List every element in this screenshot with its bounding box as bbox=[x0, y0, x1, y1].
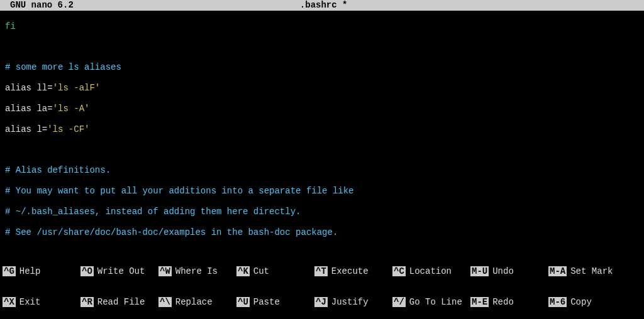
editor-area[interactable]: fi # some more ls aliases alias ll='ls -… bbox=[0, 11, 644, 245]
shortcut-key: ^J bbox=[314, 297, 328, 307]
shortcut-key: M-6 bbox=[548, 297, 567, 307]
shortcut-label: Copy bbox=[570, 297, 592, 307]
code-string: 'ls -alF' bbox=[53, 83, 101, 93]
filename: .bashrc * bbox=[74, 0, 644, 11]
code-token: fi bbox=[5, 21, 16, 31]
shortcut-label: Location bbox=[409, 266, 452, 276]
shortcut-label: Write Out bbox=[97, 266, 145, 276]
shortcut-label: Where Is bbox=[175, 266, 218, 276]
shortcut-item[interactable]: ^XExit bbox=[3, 297, 80, 307]
shortcut-item[interactable]: ^UPaste bbox=[236, 297, 314, 307]
shortcut-item[interactable]: ^OWrite Out bbox=[80, 266, 158, 276]
app-name: GNU nano 6.2 bbox=[0, 0, 74, 11]
shortcut-label: Replace bbox=[175, 297, 213, 307]
shortcut-key: ^O bbox=[80, 266, 94, 276]
shortcut-bar: ^GHelp^OWrite Out^WWhere Is^KCut^TExecut… bbox=[0, 245, 644, 319]
shortcut-item[interactable]: ^/Go To Line bbox=[392, 297, 470, 307]
shortcut-label: Paste bbox=[253, 297, 280, 307]
shortcut-item[interactable]: M-ERedo bbox=[470, 297, 548, 307]
shortcut-item[interactable]: ^WWhere Is bbox=[158, 266, 236, 276]
shortcut-label: Read File bbox=[97, 297, 145, 307]
shortcut-key: ^\ bbox=[158, 297, 172, 307]
shortcut-key: ^G bbox=[3, 266, 16, 276]
shortcut-item[interactable]: M-UUndo bbox=[470, 266, 548, 276]
shortcut-label: Help bbox=[19, 266, 41, 276]
shortcut-label: Go To Line bbox=[409, 297, 462, 307]
shortcut-key: M-A bbox=[548, 266, 567, 276]
shortcut-item[interactable]: ^TExecute bbox=[314, 266, 392, 276]
shortcut-key: ^R bbox=[80, 297, 94, 307]
shortcut-item[interactable]: ^RRead File bbox=[80, 297, 158, 307]
code-comment: # You may want to put all your additions… bbox=[5, 186, 354, 196]
shortcut-label: Exit bbox=[19, 297, 41, 307]
shortcut-key: ^T bbox=[314, 266, 328, 276]
code-comment: # See /usr/share/doc/bash-doc/examples i… bbox=[5, 227, 338, 237]
shortcut-item[interactable]: M-6Copy bbox=[548, 297, 626, 307]
shortcut-label: Cut bbox=[253, 266, 269, 276]
code-token: alias l= bbox=[5, 124, 47, 134]
shortcut-item[interactable]: ^JJustify bbox=[314, 297, 392, 307]
shortcut-label: Redo bbox=[492, 297, 514, 307]
shortcut-label: Undo bbox=[492, 266, 514, 276]
shortcut-item[interactable]: ^\Replace bbox=[158, 297, 236, 307]
shortcut-label: Execute bbox=[331, 266, 369, 276]
shortcut-key: ^X bbox=[3, 297, 16, 307]
shortcut-item[interactable]: M-ASet Mark bbox=[548, 266, 626, 276]
code-token: alias ll= bbox=[5, 83, 53, 93]
shortcut-key: ^C bbox=[392, 266, 406, 276]
code-comment: # ~/.bash_aliases, instead of adding the… bbox=[5, 207, 301, 217]
shortcut-key: M-U bbox=[470, 266, 489, 276]
shortcut-key: ^U bbox=[236, 297, 250, 307]
shortcut-key: M-E bbox=[470, 297, 489, 307]
shortcut-key: ^K bbox=[236, 266, 250, 276]
shortcut-item[interactable]: ^GHelp bbox=[3, 266, 80, 276]
nano-titlebar: GNU nano 6.2 .bashrc * bbox=[0, 0, 644, 11]
shortcut-item[interactable]: ^CLocation bbox=[392, 266, 470, 276]
shortcut-label: Set Mark bbox=[570, 266, 613, 276]
code-string: 'ls -A' bbox=[53, 104, 90, 114]
shortcut-key: ^/ bbox=[392, 297, 406, 307]
code-comment: # Alias definitions. bbox=[5, 165, 111, 175]
code-token: alias la= bbox=[5, 104, 53, 114]
code-comment: # some more ls aliases bbox=[5, 62, 121, 72]
shortcut-label: Justify bbox=[331, 297, 369, 307]
code-string: 'ls -CF' bbox=[47, 124, 89, 134]
shortcut-key: ^W bbox=[158, 266, 172, 276]
shortcut-item[interactable]: ^KCut bbox=[236, 266, 314, 276]
